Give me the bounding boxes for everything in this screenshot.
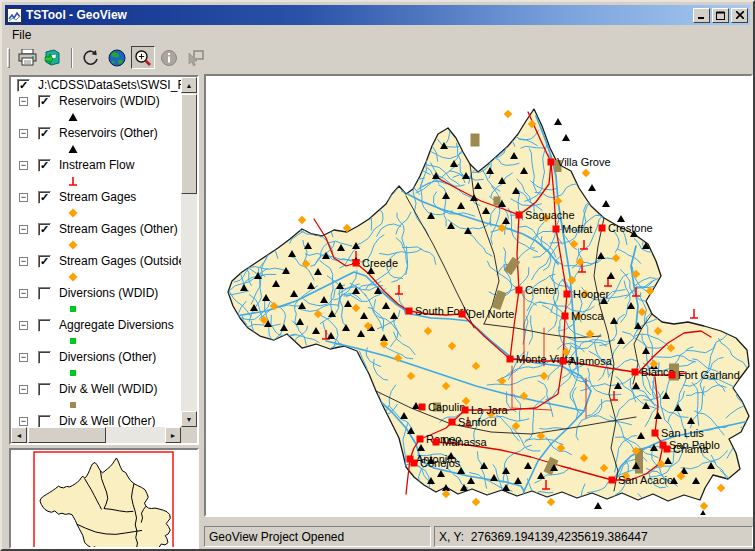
stream — [463, 98, 471, 133]
tree-expander[interactable]: − — [19, 385, 28, 394]
layer-checkbox[interactable] — [38, 383, 51, 396]
town-marker — [664, 446, 671, 453]
town-label: Hooper — [573, 288, 609, 300]
stream — [621, 202, 655, 209]
refresh-button[interactable] — [79, 46, 103, 69]
tree-expander[interactable]: − — [19, 321, 28, 330]
tree-expander[interactable]: − — [19, 225, 28, 234]
stream — [258, 354, 287, 367]
menu-item-file[interactable]: File — [5, 26, 38, 44]
tree-expander[interactable]: − — [19, 193, 28, 202]
reservoir-marker — [594, 502, 602, 509]
town-label: Center — [525, 284, 558, 296]
gage-marker — [547, 498, 555, 506]
stream — [301, 349, 310, 381]
close-button[interactable] — [731, 8, 748, 23]
minimize-button[interactable] — [693, 8, 710, 23]
stream — [468, 493, 489, 515]
tree-expander[interactable]: − — [19, 289, 28, 298]
stream — [223, 316, 248, 351]
stream — [598, 196, 626, 214]
town-marker — [632, 369, 639, 376]
stream — [655, 200, 659, 231]
town-label: La Jara — [471, 404, 509, 416]
tree-row: −✓Stream Gages (Outside-C — [11, 253, 181, 269]
layer-label: Aggregate Diversions — [59, 318, 174, 332]
tree-row — [11, 333, 181, 349]
tree-row: −Diversions (WDID) — [11, 285, 181, 301]
save-icon — [44, 49, 62, 66]
maximize-button[interactable] — [712, 8, 729, 23]
status-bar-coordinates: X, Y: 276369.194139,4235619.386447 — [434, 526, 753, 547]
save-button[interactable] — [41, 46, 65, 69]
legend-vertical-scrollbar[interactable]: ▲ ▼ — [181, 77, 197, 427]
print-button[interactable] — [15, 46, 39, 69]
globe-icon — [108, 49, 126, 67]
town-marker — [669, 372, 676, 379]
layer-checkbox[interactable] — [38, 415, 51, 428]
legend-horizontal-scrollbar[interactable]: ◄ ► — [11, 427, 181, 443]
layer-label: Diversions (WDID) — [59, 286, 158, 300]
layer-checkbox[interactable]: ✓ — [38, 95, 51, 108]
title-bar[interactable]: TSTool - GeoView — [5, 5, 750, 25]
layer-checkbox[interactable]: ✓ — [38, 223, 51, 236]
toolbar-grip[interactable] — [7, 48, 10, 68]
scroll-right-button[interactable]: ► — [165, 427, 181, 443]
well-marker — [494, 197, 501, 206]
scroll-left-button[interactable]: ◄ — [11, 427, 27, 443]
tree-expander[interactable]: − — [19, 353, 28, 362]
stream — [227, 210, 235, 242]
town-marker — [560, 358, 567, 365]
vertical-scroll-thumb[interactable] — [181, 94, 197, 194]
tree-expander[interactable]: − — [19, 161, 28, 170]
tree-expander[interactable]: − — [19, 129, 28, 138]
stream — [428, 113, 453, 125]
tree-row: ✓J:\CDSS\DataSets\SWSI_RioG — [11, 77, 181, 93]
square-symbol-icon — [67, 399, 79, 411]
tree-row — [11, 269, 181, 285]
layer-checkbox[interactable]: ✓ — [38, 191, 51, 204]
diamond-symbol-icon — [67, 239, 79, 251]
stream — [380, 160, 416, 175]
scroll-up-button[interactable]: ▲ — [181, 77, 197, 93]
overview-basin — [40, 458, 170, 547]
select-icon — [186, 49, 204, 67]
zoom-button[interactable] — [131, 46, 155, 69]
tree-expander[interactable]: − — [19, 97, 28, 106]
stream — [229, 343, 261, 360]
window-title: TSTool - GeoView — [26, 8, 691, 22]
select-button — [183, 46, 207, 69]
tree-expander[interactable]: − — [19, 417, 28, 426]
toolbar — [5, 44, 750, 71]
town-label: Del Norte — [468, 308, 514, 320]
map-canvas[interactable]: Villa GroveSaguacheMoffatCrestoneCreedeS… — [206, 76, 751, 515]
layer-checkbox[interactable]: ✓ — [17, 79, 30, 92]
tree-row — [11, 397, 181, 413]
tree-row — [11, 205, 181, 221]
layer-checkbox[interactable] — [38, 351, 51, 364]
stream — [225, 358, 257, 390]
layer-checkbox[interactable] — [38, 287, 51, 300]
gage-marker — [582, 169, 590, 177]
layer-checkbox[interactable]: ✓ — [38, 127, 51, 140]
tree-row — [11, 109, 181, 125]
gage-marker — [700, 502, 708, 510]
layer-checkbox[interactable]: ✓ — [38, 255, 51, 268]
scroll-down-button[interactable]: ▼ — [181, 411, 197, 427]
town-marker — [516, 212, 523, 219]
map-panel: Villa GroveSaguacheMoffatCrestoneCreedeS… — [204, 74, 753, 517]
zoom-icon — [134, 49, 152, 67]
overview-map[interactable] — [11, 450, 197, 547]
globe-button[interactable] — [105, 46, 129, 69]
layer-checkbox[interactable] — [38, 319, 51, 332]
reservoir-marker — [602, 200, 610, 207]
layer-checkbox[interactable]: ✓ — [38, 159, 51, 172]
tree-row: −✓Reservoirs (WDID) — [11, 93, 181, 109]
horizontal-scroll-thumb[interactable] — [28, 427, 106, 443]
reservoir-marker — [562, 134, 570, 141]
gage-marker — [298, 216, 306, 224]
instream-marker — [690, 309, 698, 318]
overview-panel[interactable] — [9, 448, 199, 549]
triangle-symbol-icon — [67, 111, 79, 123]
tree-expander[interactable]: − — [19, 257, 28, 266]
